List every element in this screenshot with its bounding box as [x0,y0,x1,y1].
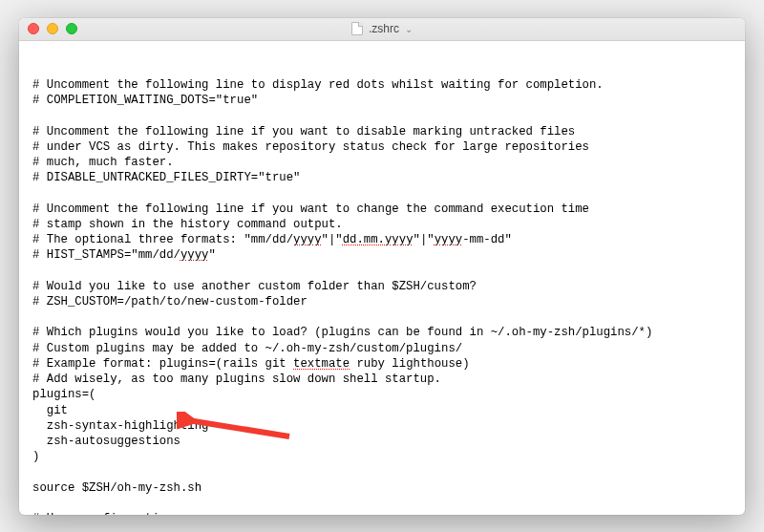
close-icon[interactable] [28,23,39,34]
code-line: # stamp shown in the history command out… [32,218,343,231]
editor-window: .zshrc ⌄ # Uncomment the following line … [19,18,745,515]
chevron-down-icon[interactable]: ⌄ [405,24,413,34]
code-line: # Uncomment the following line if you wa… [32,202,589,216]
code-line: git [32,404,68,417]
text-editor[interactable]: # Uncomment the following line to displa… [19,41,745,515]
spellcheck-mark: textmate [293,357,350,371]
code-line: zsh-autosuggestions [32,435,180,448]
code-line: # ZSH_CUSTOM=/path/to/new-custom-folder [32,295,308,309]
spellcheck-mark: dd.mm.yyyy [343,233,414,246]
code-line: # COMPLETION_WAITING_DOTS="true" [32,94,258,107]
code-line: # Custom plugins may be added to ~/.oh-m… [32,342,462,355]
code-line: # Would you like to use another custom f… [32,280,477,293]
filename-label: .zshrc [369,22,399,35]
titlebar[interactable]: .zshrc ⌄ [19,18,745,41]
code-line: ) [32,450,39,463]
code-line: # Uncomment the following line if you wa… [32,125,575,138]
code-line: plugins=( [32,388,96,401]
window-title: .zshrc ⌄ [19,22,745,35]
code-line: # Add wisely, as too many plugins slow d… [32,372,441,386]
code-line: # The optional three formats: "mm/dd/yyy… [32,233,512,246]
code-line: # User configuration [32,512,174,514]
spellcheck-mark: yyyy [293,233,322,246]
code-line: # HIST_STAMPS="mm/dd/yyyy" [32,248,216,262]
code-line: source $ZSH/oh-my-zsh.sh [32,481,202,495]
code-line: # Uncomment the following line to displa… [32,78,604,92]
spellcheck-mark: yyyy [435,233,463,246]
code-line: # DISABLE_UNTRACKED_FILES_DIRTY="true" [32,171,300,184]
code-line: # Which plugins would you like to load? … [32,326,652,339]
traffic-lights [19,23,77,34]
code-line: # much, much faster. [32,156,174,169]
minimize-icon[interactable] [47,23,58,34]
code-line: # Example format: plugins=(rails git tex… [32,357,470,371]
code-line: zsh-syntax-highlighting [32,419,208,433]
zoom-icon[interactable] [66,23,77,34]
document-icon [351,22,363,35]
code-line: # under VCS as dirty. This makes reposit… [32,140,589,154]
spellcheck-mark: yyyy [180,248,209,262]
